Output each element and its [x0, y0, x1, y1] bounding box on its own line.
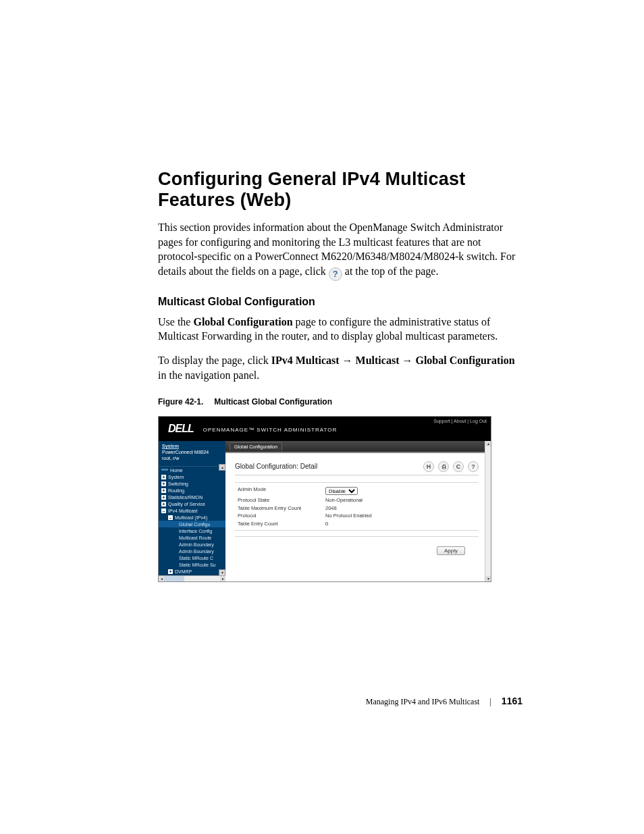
tree-multicast-ipv4[interactable]: –Multicast (IPv4): [159, 514, 225, 521]
value-table-max: 2048: [325, 506, 337, 511]
sidebar-user: root, r/w: [162, 456, 222, 461]
value-protocol: No Protocol Enabled: [325, 513, 372, 519]
page-footer: Managing IPv4 and IPv6 Multicast | 1161: [158, 696, 522, 707]
top-links[interactable]: Support | About | Log Out: [433, 419, 487, 423]
p3-a: To display the page, click: [158, 355, 271, 366]
tree-system[interactable]: +System: [159, 473, 225, 480]
sidebar: System PowerConnect M8024 root, r/w ▴ Ho…: [159, 441, 225, 581]
tree-admin-boundary1[interactable]: Admin Boundary: [159, 541, 225, 548]
figure-caption: Figure 42-1.Multicast Global Configurati…: [158, 397, 522, 407]
value-protocol-state: Non-Operational: [325, 498, 363, 503]
app-header: DELL OPENMANAGE™ SWITCH ADMINISTRATOR Su…: [159, 417, 491, 441]
tab-bar: Global Configuration: [225, 441, 491, 453]
label-protocol: Protocol: [238, 513, 325, 519]
app-name: OPENMANAGE™ SWITCH ADMINISTRATOR: [203, 417, 337, 441]
p3-c: Multicast: [356, 355, 400, 366]
tree-global-config[interactable]: Global Configu: [159, 521, 225, 527]
label-table-max: Table Maximum Entry Count: [238, 506, 325, 511]
row-table-max: Table Maximum Entry Count 2048: [235, 504, 479, 513]
content-panel: Global Configuration Global Configuratio…: [225, 441, 491, 581]
label-admin-mode: Admin Mode: [238, 487, 325, 495]
intro-paragraph: This section provides information about …: [158, 220, 522, 281]
content-scrollbar[interactable]: ▴ ▾: [485, 441, 491, 581]
tree-dvmrp[interactable]: +DVMRP: [159, 568, 225, 575]
tree-admin-boundary2[interactable]: Admin Boundary: [159, 548, 225, 554]
apply-button[interactable]: Apply: [437, 546, 465, 555]
screenshot: DELL OPENMANAGE™ SWITCH ADMINISTRATOR Su…: [158, 416, 491, 582]
sidebar-header: System PowerConnect M8024 root, r/w: [159, 441, 225, 466]
nav-tree: Home +System +Switching +Routing +Statis…: [159, 466, 225, 575]
subheading: Multicast Global Configuration: [158, 296, 522, 308]
tree-static-mroute-c[interactable]: Static MRoute C: [159, 554, 225, 561]
row-protocol: Protocol No Protocol Enabled: [235, 512, 479, 520]
content-scroll-up[interactable]: ▴: [485, 441, 491, 446]
figure-number: Figure 42-1.: [158, 397, 203, 407]
tree-stats[interactable]: +Statistics/RMON: [159, 494, 225, 500]
tree-multicast-route[interactable]: Multicast Route: [159, 534, 225, 541]
tree-static-mroute-s[interactable]: Static MRoute Su: [159, 561, 225, 568]
p2-a: Use the: [158, 316, 193, 328]
sidebar-scroll-up[interactable]: ▴: [219, 464, 225, 471]
footer-chapter: Managing IPv4 and IPv6 Multicast: [366, 697, 480, 706]
select-admin-mode[interactable]: Disable: [325, 487, 358, 495]
tree-switching[interactable]: +Switching: [159, 480, 225, 487]
intro-text-2: at the top of the page.: [345, 265, 439, 277]
label-table-entry: Table Entry Count: [238, 521, 325, 527]
panel-help-icon[interactable]: ?: [468, 461, 479, 472]
panel-title: Global Configuration: Detail: [235, 463, 317, 470]
tree-home[interactable]: Home: [159, 467, 225, 473]
content-scroll-down[interactable]: ▾: [485, 576, 491, 581]
hscroll-right[interactable]: ▸: [220, 576, 225, 581]
tree-routing[interactable]: +Routing: [159, 487, 225, 494]
p3-e: in the navigation panel.: [158, 369, 259, 381]
page-title: Configuring General IPv4 Multicast Featu…: [158, 169, 522, 211]
label-protocol-state: Protocol State: [238, 498, 325, 503]
p3-d: Global Configuration: [415, 355, 514, 366]
help-icon: ?: [329, 267, 342, 281]
panel-icon-row: H ⎙ C ?: [423, 461, 479, 472]
tab-global-config[interactable]: Global Configuration: [230, 442, 282, 450]
tree-qos[interactable]: +Quality of Service: [159, 500, 225, 507]
sidebar-hscroll[interactable]: ◂ ▸: [159, 575, 225, 581]
tree-ipv4-multicast[interactable]: –IPv4 Multicast: [159, 507, 225, 514]
p3-b: IPv4 Multicast: [271, 355, 340, 366]
value-table-entry: 0: [325, 521, 328, 527]
footer-page-number: 1161: [502, 696, 522, 706]
p3-arrow1: →: [340, 355, 356, 366]
row-admin-mode: Admin Mode Disable: [235, 486, 479, 496]
print-icon[interactable]: ⎙: [438, 461, 449, 472]
footer-separator: |: [489, 697, 491, 706]
p3-arrow2: →: [399, 355, 415, 366]
paragraph-3: To display the page, click IPv4 Multicas…: [158, 353, 522, 382]
hscroll-left[interactable]: ◂: [159, 576, 164, 581]
paragraph-2: Use the Global Configuration page to con…: [158, 315, 522, 344]
sidebar-device: PowerConnect M8024: [162, 450, 222, 454]
row-protocol-state: Protocol State Non-Operational: [235, 496, 479, 504]
refresh-icon[interactable]: C: [453, 461, 464, 472]
sidebar-system-link[interactable]: System: [162, 444, 222, 448]
tree-interface-config[interactable]: Interface Config: [159, 527, 225, 534]
row-table-entry: Table Entry Count 0: [235, 520, 479, 528]
p2-b: Global Configuration: [193, 316, 292, 328]
dell-logo: DELL: [159, 417, 203, 441]
figure-title: Multicast Global Configuration: [214, 397, 332, 407]
save-icon[interactable]: H: [423, 461, 434, 472]
form-block: Admin Mode Disable Protocol State Non-Op…: [235, 482, 479, 531]
